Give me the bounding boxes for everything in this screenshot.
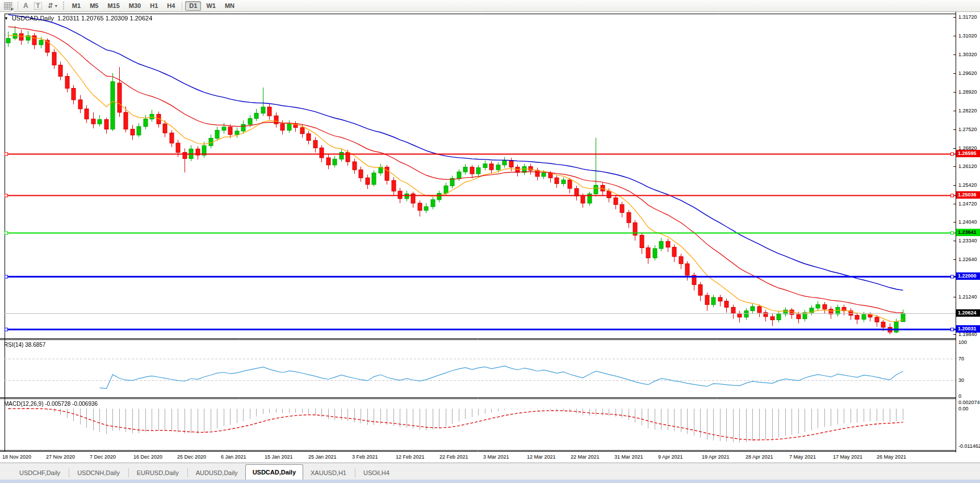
price-tick-label: 1.28220 <box>958 108 977 114</box>
current-price-tag: 1.20624 <box>956 309 980 317</box>
date-axis-label: 26 May 2021 <box>877 454 906 460</box>
tab-separator <box>69 468 69 477</box>
text-box-icon[interactable]: T <box>32 1 44 11</box>
date-axis-label: 7 Dec 2020 <box>90 454 116 460</box>
date-axis-label: 18 Nov 2020 <box>2 454 31 460</box>
price-axis[interactable]: 1.317201.310201.303201.296201.289201.282… <box>956 12 980 463</box>
chart-symbol-label: USDCAD,Daily <box>12 15 54 22</box>
symbol-tab-eurusd[interactable]: EURUSD,Daily <box>130 466 186 480</box>
price-tick-label: 1.22640 <box>958 257 977 262</box>
rsi-scale-label: 100 <box>958 339 967 345</box>
price-tick-label: 1.26120 <box>958 163 977 169</box>
symbol-tab-usdchf[interactable]: USDCHF,Daily <box>12 466 67 480</box>
timeframe-button-h4[interactable]: H4 <box>163 1 179 11</box>
date-axis-label: 16 Dec 2020 <box>133 454 162 460</box>
text-annotation-icon[interactable]: A <box>21 1 31 11</box>
date-axis-label: 17 May 2021 <box>833 454 862 460</box>
price-tick-label: 1.23340 <box>958 238 977 243</box>
price-chart-canvas[interactable] <box>0 12 956 463</box>
date-axis-label: 3 Feb 2021 <box>352 454 378 460</box>
symbol-tab-usdcad[interactable]: USDCAD,Daily <box>245 464 303 480</box>
timeframe-button-mn[interactable]: MN <box>221 1 238 11</box>
hline-price-tag: 1.26595 <box>956 150 980 157</box>
toolbar-grip <box>63 2 65 10</box>
date-axis-label: 9 Apr 2021 <box>658 454 683 460</box>
price-tick-label: 1.21240 <box>958 294 977 300</box>
date-axis-label: 22 Feb 2021 <box>439 454 468 460</box>
date-axis-label: 22 Mar 2021 <box>571 454 600 460</box>
timeframe-button-d1[interactable]: D1 <box>185 1 201 11</box>
date-axis-label: 3 Mar 2021 <box>483 454 509 460</box>
tab-separator <box>355 468 355 477</box>
cursor-modes-icon[interactable]: ⇵ ▾ <box>45 1 60 11</box>
price-tick-label: 1.28920 <box>958 89 977 95</box>
timeframe-button-m30[interactable]: M30 <box>125 1 145 11</box>
toolbar-separator <box>182 2 182 10</box>
macd-scale-zero: 0.00 <box>958 406 969 411</box>
tab-separator <box>187 468 188 477</box>
rsi-scale-label: 0 <box>958 393 961 399</box>
price-tick-label: 1.31720 <box>958 14 977 20</box>
date-axis-label: 31 Mar 2021 <box>614 454 643 460</box>
symbol-tab-usdcnh[interactable]: USDCNH,Daily <box>70 466 127 480</box>
symbol-tab-bar: USDCHF,DailyUSDCNH,DailyEURUSD,DailyAUDU… <box>0 463 980 480</box>
date-axis-label: 28 Apr 2021 <box>746 454 773 460</box>
date-axis-label: 7 May 2021 <box>789 454 816 460</box>
macd-scale-max: 0.002074 <box>958 400 980 405</box>
tab-separator <box>128 468 129 477</box>
price-tick-label: 1.29620 <box>958 70 977 76</box>
bottom-strip <box>0 480 980 483</box>
price-tick-label: 1.24720 <box>958 201 977 207</box>
toolbar-separator <box>18 2 18 10</box>
date-axis-label: 25 Jan 2021 <box>308 454 337 460</box>
chart-ohlc-values: 1.20311 1.20765 1.20309 1.20624 <box>57 15 152 22</box>
date-axis-label: 19 Apr 2021 <box>702 454 730 460</box>
dropdown-caret-icon[interactable]: ▾ <box>55 3 57 9</box>
date-axis-label: 15 Jan 2021 <box>265 454 293 460</box>
price-tick-label: 1.25420 <box>958 182 977 188</box>
hline-price-tag: 1.22000 <box>956 272 980 280</box>
price-tick-label: 1.24040 <box>958 219 977 225</box>
price-tick-label: 1.30320 <box>958 52 977 57</box>
symbol-tab-usoil[interactable]: USOil,H4 <box>357 466 396 480</box>
date-axis-label: 12 Mar 2021 <box>527 454 556 460</box>
symbol-tab-xauusd[interactable]: XAUUSD,H1 <box>304 466 353 480</box>
rsi-scale-label: 30 <box>958 377 964 383</box>
timeframe-button-m15[interactable]: M15 <box>103 1 123 11</box>
price-tick-label: 1.31020 <box>958 33 977 39</box>
timeframe-button-m5[interactable]: M5 <box>86 1 102 11</box>
date-axis-label: 25 Dec 2020 <box>177 454 206 460</box>
date-axis-label: 12 Feb 2021 <box>396 454 425 460</box>
indicator-grid-icon[interactable]: F <box>2 1 15 11</box>
macd-scale-min: -0.011462 <box>958 443 980 449</box>
chart-window: ▼ USDCAD,Daily 1.20311 1.20765 1.20309 1… <box>0 12 980 463</box>
rsi-indicator-label: RSI(14) 38.6857 <box>4 342 45 348</box>
timeframe-button-m1[interactable]: M1 <box>68 1 85 11</box>
timeframe-button-h1[interactable]: H1 <box>146 1 162 11</box>
macd-indicator-label: MACD(12,26,9) -0.005728 -0.006936 <box>4 401 98 407</box>
chart-title: ▼ USDCAD,Daily 1.20311 1.20765 1.20309 1… <box>4 15 152 22</box>
collapse-chart-icon[interactable]: ▼ <box>4 16 9 21</box>
hline-price-tag: 1.25036 <box>956 191 980 199</box>
main-toolbar: F A T ⇵ ▾ M1M5M15M30H1H4D1W1MN <box>0 0 980 12</box>
hline-price-tag: 1.23641 <box>956 229 980 236</box>
symbol-tab-audusd[interactable]: AUDUSD,Daily <box>189 466 245 480</box>
date-axis[interactable]: 18 Nov 202027 Nov 20207 Dec 202016 Dec 2… <box>0 452 956 463</box>
timeframe-button-w1[interactable]: W1 <box>202 1 220 11</box>
date-axis-label: 27 Nov 2020 <box>46 454 75 460</box>
rsi-scale-label: 70 <box>958 356 964 362</box>
price-tick-label: 1.27520 <box>958 127 977 132</box>
hline-price-tag: 1.20031 <box>956 325 980 333</box>
date-axis-label: 6 Jan 2021 <box>221 454 246 460</box>
